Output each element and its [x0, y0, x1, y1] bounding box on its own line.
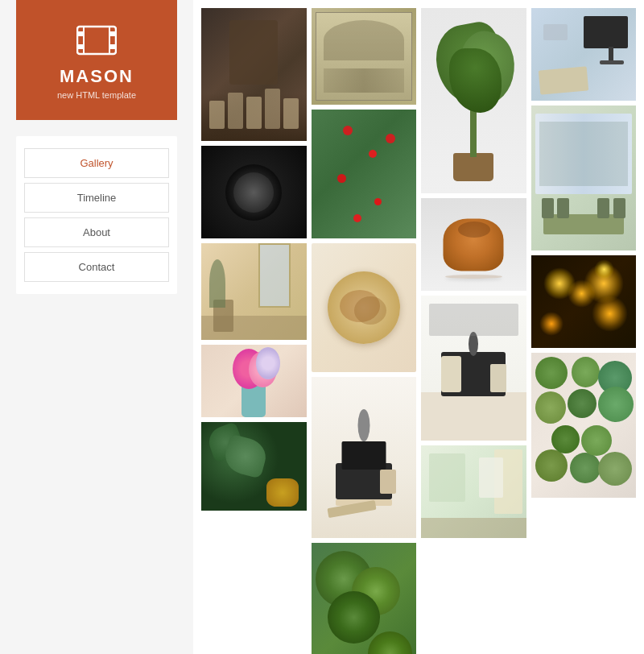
svg-rect-2 [77, 44, 84, 49]
nav-about[interactable]: About [24, 217, 169, 247]
nav-contact[interactable]: Contact [24, 252, 169, 282]
sidebar-header: MASON new HTML template [16, 0, 177, 120]
gallery-item[interactable] [421, 198, 526, 291]
gallery-item[interactable] [201, 422, 307, 511]
sidebar-nav: Gallery Timeline About Contact [16, 136, 177, 294]
svg-rect-3 [109, 31, 116, 36]
gallery-item[interactable] [421, 8, 526, 193]
gallery-item[interactable] [312, 243, 417, 372]
nav-timeline[interactable]: Timeline [24, 183, 169, 213]
gallery-item[interactable] [201, 345, 307, 417]
gallery-item[interactable] [201, 243, 307, 340]
sidebar: MASON new HTML template Gallery Timeline… [0, 0, 193, 654]
gallery-col-1 [201, 8, 307, 511]
gallery-item[interactable] [531, 255, 637, 348]
gallery-col-3 [421, 8, 526, 538]
nav-gallery[interactable]: Gallery [24, 148, 169, 178]
gallery-item[interactable] [531, 106, 637, 250]
film-icon [76, 24, 117, 56]
gallery-item[interactable] [421, 445, 526, 538]
gallery-item[interactable] [312, 110, 417, 238]
svg-rect-1 [77, 31, 84, 36]
gallery-col-2 [312, 8, 417, 654]
gallery-item[interactable] [421, 296, 526, 441]
gallery-item[interactable] [201, 8, 307, 141]
gallery [201, 8, 636, 654]
gallery-item[interactable] [312, 377, 417, 538]
svg-rect-4 [109, 44, 116, 49]
gallery-item[interactable] [531, 353, 637, 498]
main-content [193, 0, 644, 654]
page-wrapper: Copyright © 2018.Company name All rights… [193, 0, 644, 654]
gallery-item[interactable] [531, 8, 637, 101]
gallery-item[interactable] [312, 543, 417, 654]
gallery-item[interactable] [312, 8, 417, 105]
brand-title: MASON [60, 66, 134, 87]
gallery-col-4 [531, 8, 637, 498]
gallery-item[interactable] [201, 146, 307, 238]
brand-subtitle: new HTML template [57, 90, 136, 100]
